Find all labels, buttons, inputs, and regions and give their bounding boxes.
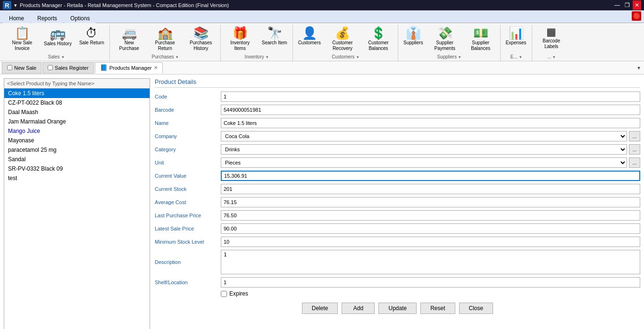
current-stock-input[interactable] — [221, 184, 640, 194]
shelf-location-label: Shelf/Location — [155, 280, 221, 285]
close-form-button[interactable]: Close — [459, 303, 493, 314]
latest-sale-price-input[interactable] — [221, 223, 640, 234]
sales-history-button[interactable]: 🚌 Sales History — [41, 25, 75, 53]
barcode-input[interactable] — [221, 105, 640, 115]
product-item-2[interactable]: CZ-PT-0022 Black 08 — [4, 98, 150, 107]
expenses-expand-icon[interactable]: ▾ — [519, 55, 522, 59]
new-sale-checkbox[interactable] — [7, 65, 12, 70]
category-select[interactable]: Drinks — [221, 144, 627, 155]
supplier-balances-button[interactable]: 💵 Supplier Balances — [463, 25, 498, 53]
main-content: Coke 1.5 liters CZ-PT-0022 Black 08 Daal… — [0, 74, 644, 329]
minimize-button[interactable]: — — [612, 0, 622, 10]
sales-expand-icon[interactable]: ▾ — [62, 55, 64, 59]
purchases-history-button[interactable]: 📚 Purchases History — [184, 25, 218, 53]
current-value-input[interactable] — [221, 171, 640, 181]
inventory-expand-icon[interactable]: ▾ — [266, 55, 268, 59]
barcode-labels-label: Barcode Labels — [537, 38, 566, 49]
tab-bar: New Sale Sales Register 📘 Products Manag… — [0, 61, 644, 74]
average-cost-label: Average Cost — [155, 199, 221, 205]
product-item-6[interactable]: Mayonase — [4, 136, 150, 145]
customers-button[interactable]: 👤 Customers — [295, 25, 324, 53]
new-sale-tab-label: New Sale — [14, 65, 36, 71]
suppliers-button[interactable]: 👔 Suppliers — [400, 25, 427, 53]
expenses-button[interactable]: 📊 Expenses — [502, 25, 530, 53]
last-purchase-price-label: Last Purchase Price — [155, 213, 221, 218]
page-tab-new-sale[interactable]: New Sale — [2, 62, 42, 74]
product-details-title: Product Details — [155, 78, 640, 88]
purchase-return-button[interactable]: 🏫 Purchase Return — [148, 25, 183, 53]
expenses-buttons: 📊 Expenses — [502, 25, 530, 53]
ribbon-group-purchases: 🚐 New Purchase 🏫 Purchase Return 📚 Purch… — [110, 25, 221, 61]
product-item-5[interactable]: Mango Juice — [4, 126, 150, 136]
product-item-7[interactable]: paracetamol 25 mg — [4, 145, 150, 155]
suppliers-expand-icon[interactable]: ▾ — [459, 55, 461, 59]
name-input[interactable] — [221, 118, 640, 128]
barcode-labels-icon: ▦ — [546, 27, 556, 37]
product-item-4[interactable]: Jam Marmalad Orange — [4, 117, 150, 126]
restore-button[interactable]: ❐ — [623, 0, 632, 10]
add-button[interactable]: Add — [342, 303, 375, 314]
product-search-input[interactable] — [4, 79, 150, 89]
tab-scroll-arrow[interactable]: ▾ — [636, 65, 642, 71]
supplier-payments-button[interactable]: 💸 Supplier Payments — [427, 25, 462, 53]
unit-ellipsis-button[interactable]: ... — [629, 157, 640, 168]
tab-reports[interactable]: Reports — [31, 13, 63, 23]
delete-button[interactable]: Delete — [302, 303, 338, 314]
ribbon-group-sales: 📋 New Sale Invoice 🚌 Sales History ⏱ Sal… — [3, 25, 110, 61]
page-tab-sales-register[interactable]: Sales Register — [42, 62, 94, 74]
window-controls: — ❐ ✕ — [612, 0, 641, 10]
search-item-button[interactable]: 🔭 Search Item — [259, 25, 291, 53]
notification-icon[interactable]: 🔴 — [632, 11, 641, 21]
update-button[interactable]: Update — [378, 303, 417, 314]
unit-select[interactable]: Pieces — [221, 157, 627, 168]
code-label: Code — [155, 94, 221, 99]
customer-balances-label: Customer Balances — [364, 40, 393, 51]
product-item-3[interactable]: Daal Maash — [4, 107, 150, 117]
new-purchase-button[interactable]: 🚐 New Purchase — [112, 25, 147, 53]
purchase-return-label: Purchase Return — [151, 40, 179, 51]
product-item-10[interactable]: test — [4, 173, 150, 183]
new-sale-invoice-button[interactable]: 📋 New Sale Invoice — [5, 25, 40, 53]
inventory-items-button[interactable]: 🎁 Inventory Items — [223, 25, 258, 53]
close-button[interactable]: ✕ — [633, 0, 641, 10]
company-ellipsis-button[interactable]: ... — [629, 131, 640, 141]
expires-checkbox[interactable] — [221, 291, 227, 297]
reset-button[interactable]: Reset — [420, 303, 455, 314]
company-dropdown-row: Coca Cola ... — [221, 131, 640, 141]
category-ellipsis-button[interactable]: ... — [629, 144, 640, 155]
sales-buttons: 📋 New Sale Invoice 🚌 Sales History ⏱ Sal… — [5, 25, 108, 53]
barcode-labels-button[interactable]: ▦ Barcode Labels — [534, 25, 569, 53]
more-expand-icon[interactable]: ▾ — [553, 55, 555, 59]
customer-balances-button[interactable]: 💲 Customer Balances — [361, 25, 396, 53]
product-form: Code Barcode Name Company Coca Cola ... … — [155, 91, 640, 297]
page-tab-products-manager[interactable]: 📘 Products Manager ✕ — [95, 62, 163, 74]
more-group-label: ... ▾ — [534, 53, 569, 61]
app-logo: R — [3, 1, 11, 9]
sales-history-icon: 🚌 — [50, 27, 66, 40]
sales-register-checkbox[interactable] — [48, 65, 53, 70]
product-item-8[interactable]: Sandal — [4, 155, 150, 164]
average-cost-input[interactable] — [221, 197, 640, 207]
barcode-label: Barcode — [155, 107, 221, 113]
current-value-label: Current Value — [155, 173, 221, 179]
last-purchase-price-input[interactable] — [221, 210, 640, 221]
customer-recovery-button[interactable]: 💰 Customer Recovery — [325, 25, 360, 53]
new-sale-invoice-icon: 📋 — [15, 27, 30, 39]
bottom-buttons: Delete Add Update Reset Close — [155, 303, 640, 314]
shelf-location-input[interactable] — [221, 277, 640, 288]
description-textarea[interactable]: 1 — [221, 250, 640, 274]
product-item-1[interactable]: Coke 1.5 liters — [4, 89, 150, 98]
purchases-expand-icon[interactable]: ▾ — [176, 55, 178, 59]
sale-return-button[interactable]: ⏱ Sale Return — [76, 25, 108, 53]
product-item-9[interactable]: SR-PV-0332 Black 09 — [4, 164, 150, 173]
products-manager-close-icon[interactable]: ✕ — [154, 65, 158, 70]
tab-home[interactable]: Home — [3, 13, 30, 23]
customers-expand-icon[interactable]: ▾ — [357, 55, 359, 59]
ribbon: 🔴 Home Reports Options 📋 New Sale Invoic… — [0, 10, 644, 61]
code-input[interactable] — [221, 91, 640, 102]
new-sale-invoice-label: New Sale Invoice — [8, 40, 36, 51]
tab-options[interactable]: Options — [64, 13, 96, 23]
minimum-stock-level-input[interactable] — [221, 237, 640, 247]
search-item-label: Search Item — [262, 40, 287, 46]
company-select[interactable]: Coca Cola — [221, 131, 627, 141]
